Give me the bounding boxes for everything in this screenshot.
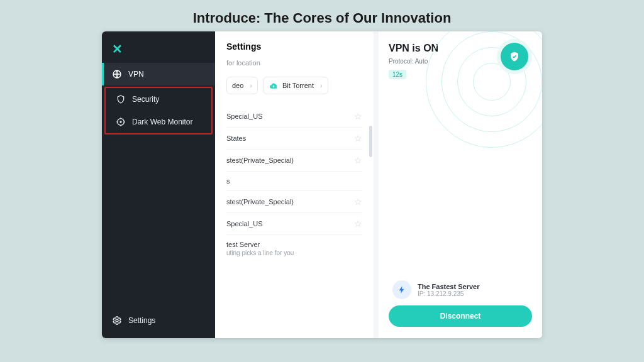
logo-x-icon: ✕ (112, 42, 123, 56)
list-item-label: stest(Private_Special) (226, 198, 294, 206)
list-item-sublabel: uting picks a line for you (226, 250, 294, 256)
app-logo: ✕ (102, 31, 215, 63)
sidebar-bottom: Settings (102, 303, 215, 338)
scrollbar[interactable] (369, 126, 372, 157)
chip-row: deo › Bit Torrent › (226, 77, 362, 94)
list-item[interactable]: States☆ (226, 127, 362, 149)
chip-label: deo (232, 82, 243, 89)
sidebar: ✕ VPN Security (102, 31, 215, 338)
chip-label: Bit Torrent (282, 82, 314, 89)
target-icon (116, 117, 126, 127)
list-item-label: stest(Private_Special) (226, 156, 294, 164)
star-icon[interactable]: ☆ (354, 133, 362, 143)
sidebar-nav: VPN Security Dark Web Monitor (102, 63, 215, 303)
list-item-label: Special_US (226, 112, 262, 120)
sidebar-item-label: Security (132, 95, 159, 104)
search-hint[interactable]: for location (226, 59, 362, 67)
shield-icon (116, 94, 126, 104)
chip-bittorrent[interactable]: Bit Torrent › (263, 77, 328, 94)
list-item[interactable]: Special_US☆ (226, 106, 362, 127)
sidebar-item-vpn[interactable]: VPN (102, 63, 215, 85)
list-item[interactable]: stest(Private_Special)☆ (226, 149, 362, 171)
star-icon[interactable]: ☆ (354, 111, 362, 121)
elapsed-badge: 12s (389, 70, 406, 79)
disconnect-button[interactable]: Disconnect (389, 305, 532, 327)
sidebar-item-security[interactable]: Security (106, 88, 211, 111)
sidebar-item-settings[interactable]: Settings (112, 313, 205, 328)
page-title: Introduce: The Cores of Our Innovation (0, 0, 644, 31)
list-item[interactable]: Special_US☆ (226, 212, 362, 234)
list-item-label: test Server (226, 241, 294, 248)
cloud-download-icon (269, 81, 279, 90)
bolt-icon (392, 280, 411, 299)
shield-check-icon (501, 43, 528, 70)
chevron-right-icon: › (250, 82, 252, 89)
star-icon[interactable]: ☆ (354, 219, 362, 229)
location-list: Special_US☆ States☆ stest(Private_Specia… (226, 106, 362, 262)
gear-icon (112, 315, 122, 326)
server-row[interactable]: The Fastest Server IP: 13.212.9.235 (389, 277, 532, 305)
sidebar-item-dark-web[interactable]: Dark Web Monitor (106, 111, 211, 133)
server-card: The Fastest Server IP: 13.212.9.235 Disc… (389, 274, 532, 327)
sidebar-item-label: Settings (128, 316, 155, 325)
chip-video[interactable]: deo › (226, 77, 258, 94)
sidebar-item-label: VPN (128, 70, 144, 79)
status-panel: VPN is ON Protocol: Auto 12s The Fastest… (379, 31, 542, 338)
svg-point-3 (116, 319, 118, 322)
list-item-label: Special_US (226, 220, 262, 228)
settings-panel: Settings for location deo › Bit Torrent … (215, 31, 374, 338)
chevron-right-icon: › (320, 82, 323, 89)
server-ip: IP: 13.212.9.235 (418, 290, 479, 297)
star-icon[interactable]: ☆ (354, 155, 362, 165)
sidebar-item-label: Dark Web Monitor (132, 118, 192, 126)
list-item-label: s (226, 177, 230, 185)
server-name: The Fastest Server (418, 283, 479, 290)
list-item-label: States (226, 134, 246, 142)
app-window: ✕ VPN Security (102, 31, 542, 338)
globe-icon (112, 69, 122, 79)
svg-point-2 (120, 121, 121, 123)
settings-header: Settings (226, 41, 362, 52)
list-item[interactable]: s (226, 171, 362, 190)
list-item[interactable]: test Server uting picks a line for you (226, 234, 362, 262)
star-icon[interactable]: ☆ (354, 197, 362, 207)
list-item[interactable]: stest(Private_Special)☆ (226, 190, 362, 212)
sidebar-highlight-box: Security Dark Web Monitor (104, 87, 213, 134)
